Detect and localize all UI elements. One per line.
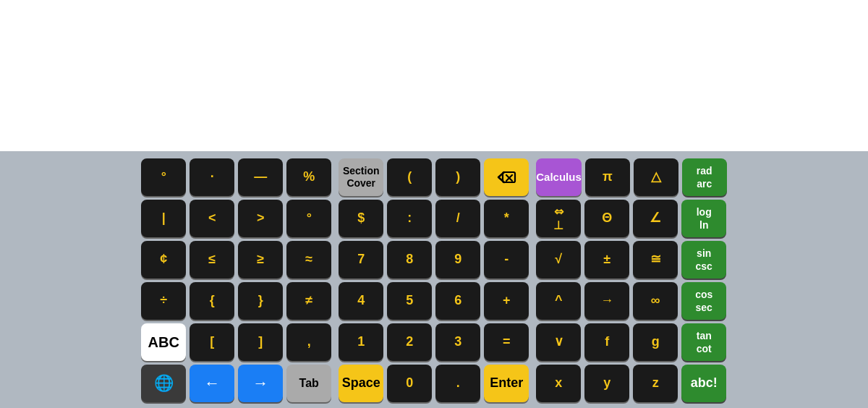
key-cos-sec[interactable]: cossec <box>681 282 726 320</box>
key-1[interactable]: 1 <box>339 323 383 361</box>
key-backspace[interactable] <box>484 158 529 196</box>
row-1: ° · — % <box>141 158 331 196</box>
key-period[interactable]: . <box>435 365 480 402</box>
row-4: ^ → ∞ cossec <box>536 282 727 320</box>
key-dollar[interactable]: $ <box>339 200 383 237</box>
key-theta[interactable]: Θ <box>584 200 629 237</box>
key-7[interactable]: 7 <box>339 241 383 279</box>
key-y[interactable]: y <box>584 365 629 402</box>
row-3: √ ± ≅ sincsc <box>536 241 727 279</box>
key-degree2[interactable]: ° <box>286 200 331 237</box>
key-comma[interactable]: , <box>286 323 331 361</box>
row-5: 1 2 3 = <box>339 323 529 361</box>
key-greater[interactable]: > <box>238 200 283 237</box>
key-rad-arc[interactable]: radarc <box>682 158 727 196</box>
section-numbers: SectionCover ( ) $ : / * 7 8 9 - <box>339 158 529 402</box>
key-divide[interactable]: ÷ <box>141 282 186 320</box>
key-x[interactable]: x <box>536 365 581 402</box>
row-6: Space 0 . Enter <box>339 365 529 402</box>
key-3[interactable]: 3 <box>435 323 480 361</box>
key-percent[interactable]: % <box>286 158 331 196</box>
key-4[interactable]: 4 <box>339 282 383 320</box>
key-6[interactable]: 6 <box>435 282 480 320</box>
key-dot[interactable]: · <box>190 158 234 196</box>
key-vel[interactable]: ∨ <box>536 323 581 361</box>
row-3: ¢ ≤ ≥ ≈ <box>141 241 331 279</box>
key-approx[interactable]: ≈ <box>286 241 331 279</box>
key-tan-cot[interactable]: tancot <box>681 323 726 361</box>
key-tab[interactable]: Tab <box>286 365 331 402</box>
row-5: ABC [ ] , <box>141 323 331 361</box>
key-degree[interactable]: ° <box>141 158 186 196</box>
key-0[interactable]: 0 <box>387 365 432 402</box>
row-1: Calculus π △ radarc <box>536 158 727 196</box>
key-minus[interactable]: - <box>484 241 529 279</box>
row-2: | < > ° <box>141 200 331 237</box>
key-abc-excl[interactable]: abc! <box>681 365 726 402</box>
key-asterisk[interactable]: * <box>484 200 529 237</box>
key-enter[interactable]: Enter <box>484 365 529 402</box>
section-symbols: ° · — % | < > ° ¢ ≤ ≥ ≈ ÷ { } ≠ ABC [ <box>141 158 331 402</box>
key-5[interactable]: 5 <box>387 282 432 320</box>
key-neq[interactable]: ≠ <box>286 282 331 320</box>
key-triangle[interactable]: △ <box>634 158 678 196</box>
row-3: 7 8 9 - <box>339 241 529 279</box>
key-abc[interactable]: ABC <box>141 323 186 361</box>
key-angle[interactable]: ∠ <box>633 200 678 237</box>
key-leq[interactable]: ≤ <box>190 241 234 279</box>
key-iff-perp[interactable]: ⇔⊥ <box>536 200 581 237</box>
key-equals[interactable]: = <box>484 323 529 361</box>
key-congruent[interactable]: ≅ <box>633 241 678 279</box>
key-g[interactable]: g <box>633 323 678 361</box>
key-9[interactable]: 9 <box>435 241 480 279</box>
key-geq[interactable]: ≥ <box>238 241 283 279</box>
key-pi[interactable]: π <box>585 158 630 196</box>
key-rbrace[interactable]: } <box>238 282 283 320</box>
row-4: ÷ { } ≠ <box>141 282 331 320</box>
key-infinity[interactable]: ∞ <box>633 282 678 320</box>
key-less[interactable]: < <box>190 200 234 237</box>
row-2: $ : / * <box>339 200 529 237</box>
key-sqrt[interactable]: √ <box>536 241 581 279</box>
key-rbracket[interactable]: ] <box>238 323 283 361</box>
row-2: ⇔⊥ Θ ∠ logln <box>536 200 727 237</box>
key-lparen[interactable]: ( <box>387 158 432 196</box>
key-lbrace[interactable]: { <box>190 282 234 320</box>
key-2[interactable]: 2 <box>387 323 432 361</box>
keyboard-area: ° · — % | < > ° ¢ ≤ ≥ ≈ ÷ { } ≠ ABC [ <box>0 151 868 408</box>
key-f[interactable]: f <box>584 323 629 361</box>
key-colon[interactable]: : <box>387 200 432 237</box>
key-calculus[interactable]: Calculus <box>536 158 582 196</box>
key-plusminus[interactable]: ± <box>584 241 629 279</box>
key-z[interactable]: z <box>633 365 678 402</box>
row-6: 🌐 ← → Tab <box>141 365 331 402</box>
key-section-cover[interactable]: SectionCover <box>339 158 383 196</box>
section-math: Calculus π △ radarc ⇔⊥ Θ ∠ logln √ ± ≅ s… <box>536 158 727 402</box>
key-left-arrow[interactable]: ← <box>190 365 234 402</box>
key-sin-csc[interactable]: sincsc <box>681 241 726 279</box>
key-lbracket[interactable]: [ <box>190 323 234 361</box>
key-log-ln[interactable]: logln <box>681 200 726 237</box>
key-plus[interactable]: + <box>484 282 529 320</box>
key-caret[interactable]: ^ <box>536 282 581 320</box>
key-arrow-right[interactable]: → <box>584 282 629 320</box>
row-5: ∨ f g tancot <box>536 323 727 361</box>
key-slash[interactable]: / <box>435 200 480 237</box>
key-pipe[interactable]: | <box>141 200 186 237</box>
key-8[interactable]: 8 <box>387 241 432 279</box>
key-globe[interactable]: 🌐 <box>141 365 186 402</box>
row-1: SectionCover ( ) <box>339 158 529 196</box>
key-right-arrow[interactable]: → <box>238 365 283 402</box>
key-space[interactable]: Space <box>339 365 383 402</box>
key-rparen[interactable]: ) <box>435 158 480 196</box>
key-cent[interactable]: ¢ <box>141 241 186 279</box>
row-4: 4 5 6 + <box>339 282 529 320</box>
key-dash[interactable]: — <box>238 158 283 196</box>
row-6: x y z abc! <box>536 365 727 402</box>
